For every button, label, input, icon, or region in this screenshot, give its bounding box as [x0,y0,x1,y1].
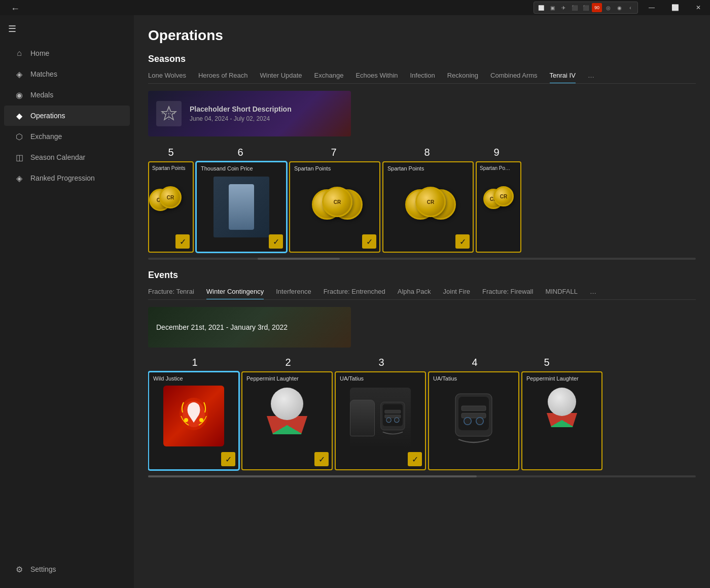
event-label-1: Wild Justice [149,372,238,382]
event-card-5[interactable]: Peppermint Laughter [521,371,602,470]
events-rewards: 1 2 3 4 5 Wild Justice [148,357,696,477]
event-check-2: ✓ [314,452,329,466]
tab-fracture-entrenched[interactable]: Fracture: Entrenched [324,288,385,299]
ua-tatius-img-3 [350,388,411,448]
season-banner: Placeholder Short Description June 04, 2… [148,91,351,136]
wild-justice-img [163,386,224,446]
tab-events-more[interactable]: … [590,288,596,299]
events-scrollbar-thumb [148,475,477,477]
event-card-1[interactable]: Wild Justice [148,371,239,470]
peppermint-ball-5 [548,388,576,416]
hamburger-menu[interactable]: ☰ [0,19,134,39]
sidebar-label-season-calendar: Season Calendar [30,153,85,161]
tab-fracture-firewall[interactable]: Fracture: Firewall [482,288,533,299]
matches-icon: ◈ [14,69,24,79]
event-card-4[interactable]: UA/Tatius [428,371,519,470]
svg-rect-10 [385,415,401,418]
event-img-1 [149,386,238,446]
close-button[interactable]: ✕ [687,0,710,15]
season-num-7: 7 [287,147,380,158]
sidebar-item-medals[interactable]: ◉ Medals [4,85,130,105]
sidebar-label-home: Home [30,49,49,57]
page-title: Operations [148,27,696,44]
banner-text: Placeholder Short Description June 04, 2… [190,105,292,122]
sidebar-item-home[interactable]: ⌂ Home [4,43,130,63]
tab-reckoning[interactable]: Reckoning [447,72,478,83]
toolbar-icon-box2[interactable]: ⬛ [581,3,591,12]
tab-winter-contingency[interactable]: Winter Contingency [206,288,264,299]
seasons-rewards-cards: ✓ Spartan Points Thousand Coin Price [148,161,696,253]
sidebar-item-exchange[interactable]: ⬡ Exchange [4,126,130,147]
tab-combined-arms[interactable]: Combined Arms [490,72,537,83]
event-check-3: ✓ [408,452,422,466]
svg-rect-16 [462,413,486,418]
seasons-scrollbar[interactable] [148,258,696,260]
window-controls: — ⬜ ✕ [640,0,710,15]
events-section: Events Fracture: Tenrai Winter Contingen… [148,270,696,477]
tab-winter-update[interactable]: Winter Update [260,72,302,83]
toolbar-icon-group: ⬜ ▣ ✈ ⬛ ⬛ 90 ◎ ◉ ‹ [534,2,638,14]
season-card-8[interactable]: Spartan Points ✓ [382,161,474,253]
tab-tenrai-iv[interactable]: Tenrai IV [550,72,576,83]
sidebar-item-matches[interactable]: ◈ Matches [4,64,130,84]
season-card-7[interactable]: Spartan Points ✓ [289,161,380,253]
event-label-5: Peppermint Laughter [522,372,601,382]
season-label-6: Thousand Coin Price [197,162,286,171]
tab-echoes-within[interactable]: Echoes Within [356,72,398,83]
season-card-5[interactable]: ✓ Spartan Points [148,161,194,253]
season-card-9[interactable]: Spartan Po… [476,161,521,253]
tab-seasons-more[interactable]: … [588,72,594,83]
event-check-1: ✓ [221,452,235,466]
sidebar-label-ranked-progression: Ranked Progression [30,174,95,182]
seasons-section-title: Seasons [148,54,696,64]
toolbar-icon-camera[interactable]: ⬜ [536,3,546,12]
sidebar-label-operations: Operations [30,112,65,120]
event-card-3[interactable]: UA/Tatius [335,371,426,470]
sidebar: ☰ ⌂ Home ◈ Matches ◉ Medals ◆ Operations… [0,15,134,588]
event-card-2[interactable]: Peppermint Laughter ✓ [241,371,333,470]
toolbar-icon-screen[interactable]: ▣ [547,3,557,12]
tab-fracture-tenrai[interactable]: Fracture: Tenrai [148,288,194,299]
tab-exchange[interactable]: Exchange [314,72,344,83]
tab-joint-fire[interactable]: Joint Fire [443,288,470,299]
banner-icon [156,101,182,126]
wild-justice-svg [173,395,214,438]
season-card-6[interactable]: Thousand Coin Price ✓ [196,161,287,253]
tab-heroes-of-reach[interactable]: Heroes of Reach [198,72,248,83]
coin-8-2 [415,187,446,217]
sidebar-nav: ⌂ Home ◈ Matches ◉ Medals ◆ Operations ⬡… [0,43,134,189]
sidebar-item-operations[interactable]: ◆ Operations [4,106,130,126]
tab-interference[interactable]: Interference [276,288,311,299]
header-toolbar: ⬜ ▣ ✈ ⬛ ⬛ 90 ◎ ◉ ‹ [134,2,640,14]
maximize-button[interactable]: ⬜ [663,0,687,15]
sidebar-item-settings[interactable]: ⚙ Settings [4,559,130,579]
minimize-button[interactable]: — [640,0,663,15]
sidebar-item-ranked-progression[interactable]: ◈ Ranked Progression [4,168,130,188]
toolbar-icon-arrow[interactable]: ✈ [558,3,569,12]
tab-alpha-pack[interactable]: Alpha Pack [398,288,431,299]
tab-lone-wolves[interactable]: Lone Wolves [148,72,186,83]
toolbar-icon-circle2[interactable]: ◉ [614,3,624,12]
tab-mindfall[interactable]: MINDFALL [545,288,578,299]
ua-tatius-svg-3 [375,393,411,443]
toolbar-icon-box1[interactable]: ⬛ [570,3,580,12]
season-check-7: ✓ [362,234,376,249]
coin-7-2 [322,187,352,217]
season-img-6 [197,177,286,237]
events-scrollbar[interactable] [148,475,696,477]
tab-infection[interactable]: Infection [410,72,435,83]
season-label-8: Spartan Points [383,162,473,171]
toolbar-icon-chevron[interactable]: ‹ [625,3,635,12]
toolbar-icon-xp[interactable]: 90 [592,3,602,12]
ua-tatius-svg-4 [443,388,504,448]
toolbar-icon-circle1[interactable]: ◎ [603,3,613,12]
sidebar-label-exchange: Exchange [30,132,62,141]
banner-description: Placeholder Short Description [190,105,292,113]
event-img-5 [522,388,601,428]
season-check-8: ✓ [455,234,470,249]
sidebar-item-season-calendar[interactable]: ◫ Season Calendar [4,147,130,167]
peppermint-ball-2 [271,388,303,420]
season-num-9: 9 [474,147,519,158]
seasons-section: Seasons Lone Wolves Heroes of Reach Wint… [148,54,696,260]
svg-point-5 [184,418,188,422]
